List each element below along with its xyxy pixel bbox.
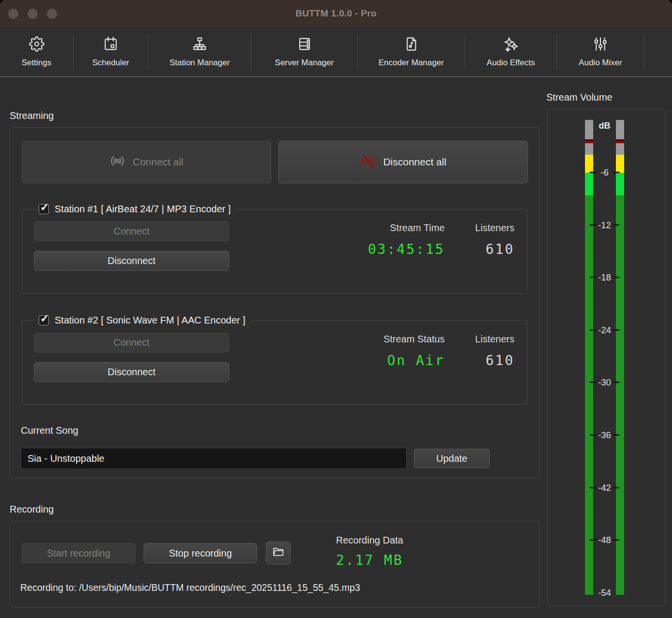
listeners-label: Listeners [475,334,514,345]
meter-tick-mark [590,224,596,226]
station-2-group: ✓ Station #2 [ Sonic Wave FM | AAC Encod… [22,315,527,405]
toolbar-separator [644,34,644,70]
recording-path-text: Recording to: /Users/bip/Music/BUTTM rec… [20,582,360,593]
zoom-button[interactable] [47,9,57,19]
broadcast-off-icon [360,153,377,172]
toolbar-button-station-manager[interactable]: Station Manager [148,28,251,76]
title-bar: BUTTM 1.0.0 - Pro [0,0,672,28]
toolbar-label: Server Manager [275,58,334,68]
toolbar-button-audio-mixer[interactable]: Audio Mixer [557,28,644,76]
station-1-group: ✓ Station #1 [ AirBeat 24/7 | MP3 Encode… [22,204,527,294]
stop-recording-button[interactable]: Stop recording [144,543,257,563]
meter-tick-mark [590,329,596,331]
folder-icon [272,545,285,561]
toolbar-button-audio-effects[interactable]: Audio Effects [465,28,556,76]
checkmark-icon: ✓ [40,201,49,214]
meter-tick-label: -54 [591,588,618,598]
meter-tick-mark [613,382,619,383]
meter-tick-mark [590,382,596,383]
toolbar: Settings Scheduler Station Manager Serve… [0,28,672,77]
station-2-connect-button[interactable]: Connect [34,333,229,353]
streaming-section-label: Streaming [10,110,54,121]
music-file-icon [404,36,419,54]
toolbar-button-settings[interactable]: Settings [0,28,73,76]
sliders-icon [593,36,608,54]
listeners-value: 610 [475,353,514,368]
current-song-label: Current Song [21,425,78,436]
streaming-panel: Connect all Disconnect all ✓ Station #1 … [10,127,540,479]
stream-volume-panel: dB -6 -12 -18 -24 -30 -36 -42 -48 -54 [547,109,665,606]
close-button[interactable] [8,9,18,19]
meter-tick-mark [613,172,619,173]
sparkles-icon [503,36,519,54]
disconnect-all-label: Disconnect all [383,156,447,168]
minimize-button[interactable] [28,9,38,19]
listeners-label: Listeners [475,222,514,234]
meter-tick-mark [613,487,619,488]
gear-icon [29,36,44,54]
meter-tick-mark [590,487,596,488]
server-icon [297,36,312,54]
meter-bar-right [616,120,624,595]
connect-all-label: Connect all [132,156,183,168]
toolbar-label: Scheduler [92,58,130,68]
toolbar-label: Station Manager [170,58,230,68]
toolbar-button-scheduler[interactable]: Scheduler [73,28,148,76]
meter-bar-left [585,120,593,595]
open-recording-folder-button[interactable] [266,542,291,564]
recording-panel: Start recording Stop recording Recording… [10,521,540,607]
toolbar-label: Encoder Manager [379,58,444,68]
station-2-title: Station #2 [ Sonic Wave FM | AAC Encoder… [55,315,246,326]
recording-data-label: Recording Data [336,535,403,546]
stream-time-value: 03:45:15 [368,241,445,257]
stream-time-label: Stream Time [368,222,445,234]
db-unit-label: dB [593,121,616,131]
stream-status-value: On Air [383,353,445,368]
station-1-title: Station #1 [ AirBeat 24/7 | MP3 Encoder … [55,204,231,215]
start-recording-button[interactable]: Start recording [22,543,135,563]
stream-volume-title: Stream Volume [546,92,613,103]
stream-status-label: Stream Status [383,334,445,345]
station-1-connect-button[interactable]: Connect [34,221,229,241]
update-song-button[interactable]: Update [414,449,490,468]
station-1-disconnect-button[interactable]: Disconnect [34,251,229,271]
broadcast-icon [109,153,126,172]
recording-data-value: 2.17 MB [336,552,403,568]
sitemap-icon [192,36,207,54]
meter-tick-mark [590,434,596,436]
meter-tick-mark [613,434,619,436]
toolbar-button-encoder-manager[interactable]: Encoder Manager [358,28,465,76]
station-2-checkbox[interactable]: ✓ [39,315,49,325]
station-1-checkbox[interactable]: ✓ [39,204,49,214]
meter-tick-mark [613,329,619,331]
meter-tick-mark [590,539,596,541]
meter-tick-mark [613,539,619,541]
meter-tick-mark [590,172,596,173]
toolbar-label: Settings [22,58,51,68]
app-window: BUTTM 1.0.0 - Pro Settings Scheduler Sta… [0,0,672,618]
listeners-value: 610 [475,241,514,257]
station-2-disconnect-button[interactable]: Disconnect [34,362,229,382]
calendar-icon [103,36,118,54]
checkmark-icon: ✓ [40,312,49,325]
recording-section-label: Recording [10,504,54,515]
meter-tick-mark [613,224,619,226]
toolbar-button-server-manager[interactable]: Server Manager [251,28,357,76]
connect-all-button[interactable]: Connect all [22,141,271,183]
window-title: BUTTM 1.0.0 - Pro [295,8,377,19]
meter-tick-mark [613,277,619,278]
toolbar-label: Audio Effects [487,58,535,68]
toolbar-label: Audio Mixer [579,58,622,68]
meter-tick-mark [590,277,596,278]
current-song-input[interactable] [21,448,407,469]
disconnect-all-button[interactable]: Disconnect all [278,141,528,183]
